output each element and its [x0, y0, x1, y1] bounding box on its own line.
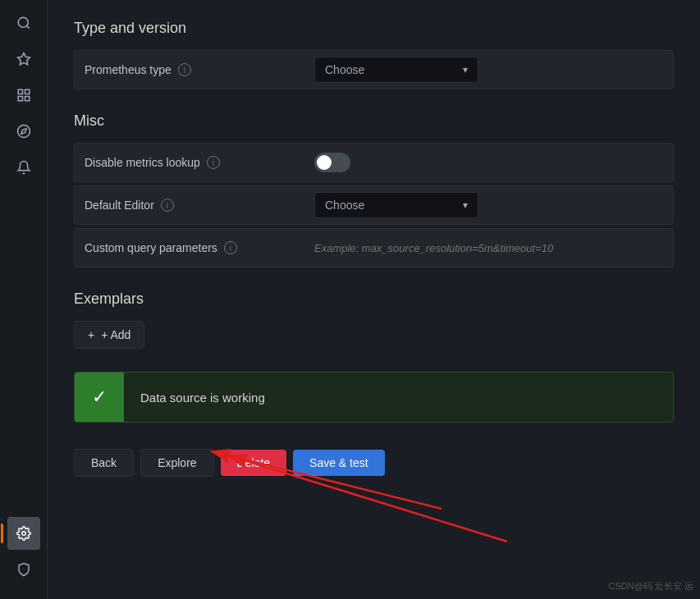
default-editor-label: Default Editor i	[85, 199, 314, 212]
custom-query-input[interactable]	[314, 242, 663, 254]
checkmark-icon: ✓	[92, 386, 107, 408]
sidebar-icon-bell[interactable]	[7, 151, 40, 184]
sidebar-icon-grid[interactable]	[7, 79, 40, 112]
sidebar-icon-settings[interactable]	[7, 517, 40, 550]
custom-query-label: Custom query parameters i	[85, 241, 314, 254]
add-label: + Add	[101, 328, 130, 341]
add-exemplar-button[interactable]: + + Add	[74, 321, 144, 349]
custom-query-row: Custom query parameters i	[74, 228, 674, 267]
svg-rect-3	[18, 89, 22, 94]
svg-rect-5	[18, 97, 22, 101]
sidebar	[0, 0, 48, 599]
prometheus-type-info-icon[interactable]: i	[178, 63, 191, 76]
svg-marker-2	[17, 53, 30, 65]
default-editor-chevron-icon: ▾	[463, 199, 468, 211]
prometheus-type-row: Prometheus type i Choose ▾	[74, 50, 674, 89]
misc-title: Misc	[74, 112, 674, 130]
prometheus-type-chevron-icon: ▾	[463, 64, 468, 75]
sidebar-icon-shield[interactable]	[7, 553, 40, 586]
svg-line-1	[26, 25, 29, 28]
back-button[interactable]: Back	[74, 449, 134, 477]
default-editor-info-icon[interactable]: i	[161, 199, 174, 212]
svg-point-9	[21, 532, 25, 536]
default-editor-row: Default Editor i Choose ▾	[74, 185, 674, 225]
svg-rect-6	[25, 97, 29, 101]
disable-metrics-toggle[interactable]	[314, 153, 350, 172]
default-editor-dropdown[interactable]: Choose ▾	[314, 192, 478, 218]
delete-button[interactable]: Delete	[221, 450, 286, 476]
exemplars-title: Exemplars	[74, 290, 674, 308]
exemplars-section: Exemplars + + Add	[74, 290, 674, 349]
svg-rect-4	[25, 89, 29, 94]
svg-point-7	[17, 126, 30, 138]
sidebar-icon-search[interactable]	[7, 7, 40, 39]
disable-metrics-row: Disable metrics lookup i	[74, 143, 674, 182]
misc-section: Misc Disable metrics lookup i Default Ed…	[74, 112, 674, 267]
svg-marker-8	[21, 129, 25, 134]
action-buttons: Back Explore Delete Save & test	[74, 449, 674, 477]
disable-metrics-label: Disable metrics lookup i	[85, 156, 314, 169]
svg-point-0	[18, 17, 28, 27]
custom-query-info-icon[interactable]: i	[224, 241, 237, 254]
status-banner: ✓ Data source is working	[74, 372, 674, 423]
main-content: Type and version Prometheus type i Choos…	[48, 0, 700, 599]
disable-metrics-info-icon[interactable]: i	[207, 156, 220, 169]
explore-button[interactable]: Explore	[140, 449, 213, 477]
plus-icon: +	[88, 328, 94, 341]
save-test-button[interactable]: Save & test	[293, 450, 385, 476]
type-version-title: Type and version	[74, 20, 674, 37]
status-text: Data source is working	[124, 391, 281, 405]
prometheus-type-dropdown[interactable]: Choose ▾	[314, 57, 478, 83]
prometheus-type-label: Prometheus type i	[85, 63, 314, 76]
watermark: CSDN@码 近长安 远	[609, 580, 693, 592]
sidebar-icon-compass[interactable]	[7, 115, 40, 148]
sidebar-icon-star[interactable]	[7, 43, 40, 75]
disable-metrics-toggle-container	[314, 153, 350, 172]
status-icon-box: ✓	[75, 373, 124, 422]
type-version-section: Type and version Prometheus type i Choos…	[74, 20, 674, 89]
